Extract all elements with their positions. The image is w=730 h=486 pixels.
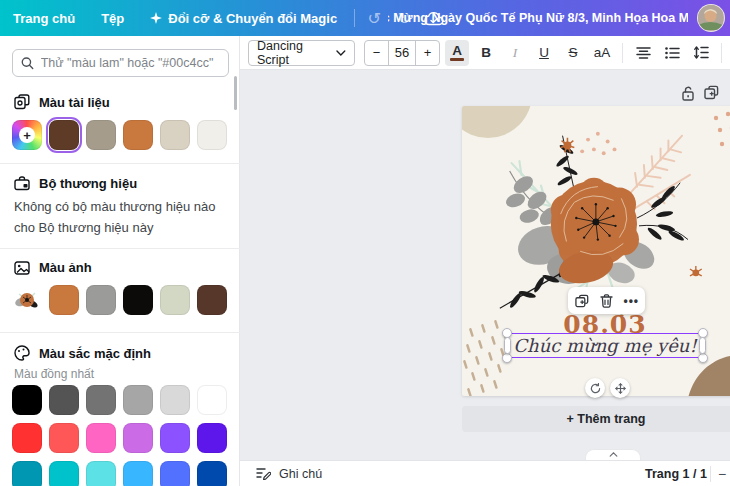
brand-kit-empty-message: Không có bộ màu thương hiệu nào cho Bộ t… [14,197,224,239]
document-title[interactable]: Chúc Mừng Ngày Quốc Tế Phụ Nữ 8/3, Minh … [388,0,688,36]
color-swatch[interactable] [123,423,153,453]
color-swatch[interactable] [49,120,79,150]
user-avatar[interactable] [697,4,725,32]
resize-handle-right[interactable] [699,337,706,354]
color-swatch[interactable] [160,423,190,453]
color-swatch[interactable] [160,385,190,415]
document-color-swatches [49,120,227,150]
photo-colors-title: Màu ảnh [39,260,92,275]
resize-handle-bottom-right[interactable] [698,353,708,363]
color-search-box[interactable] [12,49,229,77]
flower-thumbnail-image [13,286,41,314]
file-menu[interactable]: Tệp [88,11,137,26]
color-swatch[interactable] [197,285,227,315]
unlock-icon [681,86,695,101]
spacing-button[interactable] [689,40,713,66]
text-format-toolbar: Dancing Script − 56 + A B I U S aA [240,36,730,70]
default-colors-row-reds [12,423,227,453]
section-divider [0,248,240,249]
brand-kit-icon [14,176,30,191]
rotate-icon [590,383,601,394]
color-swatch[interactable] [123,461,153,486]
color-swatch[interactable] [160,285,190,315]
lock-button[interactable] [678,83,698,103]
sidebar-scrollbar[interactable] [234,76,237,110]
color-swatch[interactable] [197,120,227,150]
resize-magic-label: Đổi cỡ & Chuyển đổi Magic [168,11,337,26]
avatar-image [698,5,723,30]
duplicate-icon [575,294,589,308]
color-swatch[interactable] [86,385,116,415]
home-menu[interactable]: Trang chủ [0,11,88,26]
color-swatch[interactable] [12,461,42,486]
text-color-button[interactable]: A [445,40,469,66]
duplicate-page-button[interactable] [701,82,721,102]
text-case-button[interactable]: aA [590,40,614,66]
rotate-element-button[interactable] [585,378,605,398]
color-swatch[interactable] [197,423,227,453]
notes-icon [256,467,271,480]
zoom-out-button[interactable]: − [718,466,726,482]
move-element-button[interactable] [610,378,630,398]
text-color-bar [450,58,464,61]
move-icon [615,383,626,394]
color-swatch[interactable] [49,285,79,315]
selected-text-element[interactable]: Chúc mừng mẹ yêu! [507,333,703,358]
font-family-select[interactable]: Dancing Script [248,40,355,66]
color-swatch[interactable] [12,423,42,453]
color-swatch[interactable] [123,120,153,150]
resize-handle-bottom-left[interactable] [502,353,512,363]
default-colors-title: Màu sắc mặc định [39,346,151,361]
color-swatch[interactable] [197,461,227,486]
canvas-area[interactable]: 08.03 Chúc mừng mẹ yêu! [240,70,730,460]
file-menu-label: Tệp [101,11,124,26]
notes-button[interactable]: Ghi chú [256,467,322,481]
color-swatch[interactable] [86,285,116,315]
font-size-decrease-button[interactable]: − [365,41,388,65]
font-size-increase-button[interactable]: + [416,41,439,65]
notes-label: Ghi chú [279,467,322,481]
color-swatch[interactable] [123,385,153,415]
font-size-value[interactable]: 56 [388,41,416,65]
toolbar-divider [622,43,623,63]
color-swatch[interactable] [160,120,190,150]
section-divider [0,332,240,333]
plus-icon: + [19,127,35,143]
line-spacing-icon [694,46,709,59]
text-align-button[interactable] [631,40,655,66]
color-swatch[interactable] [86,120,116,150]
undo-icon[interactable]: ↺ [359,3,389,33]
add-color-button[interactable]: + [12,120,42,150]
color-swatch[interactable] [160,461,190,486]
color-swatch[interactable] [123,285,153,315]
color-swatch[interactable] [12,385,42,415]
design-page[interactable]: 08.03 Chúc mừng mẹ yêu! [462,106,730,396]
resize-handle-left[interactable] [504,337,511,354]
canva-editor-window: Trang chủ Tệp Đổi cỡ & Chuyển đổi Magic … [0,0,730,486]
color-swatch[interactable] [197,385,227,415]
color-swatch[interactable] [49,385,79,415]
duplicate-element-button[interactable] [571,290,593,312]
element-context-toolbar: ••• [568,287,645,314]
color-swatch[interactable] [86,461,116,486]
delete-element-button[interactable] [596,290,618,312]
more-options-button[interactable]: ••• [620,290,642,312]
section-divider [0,163,240,164]
greeting-text: Chúc mừng mẹ yêu! [508,334,702,357]
color-swatch[interactable] [49,461,79,486]
bold-button[interactable]: B [474,40,498,66]
strikethrough-button[interactable]: S [561,40,585,66]
collapse-panel-tab[interactable] [585,449,641,460]
brand-kit-header: Bộ thương hiệu [14,176,137,191]
underline-button[interactable]: U [532,40,556,66]
add-page-button[interactable]: + Thêm trang [462,406,730,432]
font-family-value: Dancing Script [257,39,336,67]
color-search-input[interactable] [41,56,220,70]
color-swatch[interactable] [86,423,116,453]
resize-magic-menu[interactable]: Đổi cỡ & Chuyển đổi Magic [137,11,350,26]
photo-thumbnail[interactable] [12,285,42,315]
photo-colors-row [12,285,227,315]
italic-button[interactable]: I [503,40,527,66]
color-swatch[interactable] [49,423,79,453]
list-button[interactable] [660,40,684,66]
